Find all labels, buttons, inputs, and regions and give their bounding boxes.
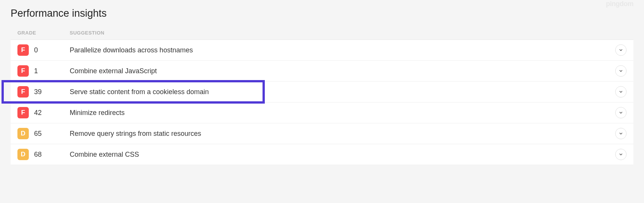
grade-score: 42 [34, 109, 42, 117]
expand-cell [611, 44, 627, 56]
grade-score: 0 [34, 46, 38, 54]
chevron-down-icon [619, 90, 623, 94]
performance-insights-panel: Performance insights GRADE SUGGESTION F0… [0, 0, 644, 165]
expand-button[interactable] [615, 44, 627, 56]
expand-button[interactable] [615, 107, 627, 118]
insight-row[interactable]: F42Minimize redirects [11, 102, 633, 123]
insight-row[interactable]: F1Combine external JavaScript [11, 61, 633, 82]
page-title: Performance insights [11, 8, 633, 19]
grade-badge: F [17, 86, 29, 98]
grade-score: 68 [34, 151, 42, 159]
grade-score: 65 [34, 130, 42, 138]
grade-badge: F [17, 107, 29, 118]
grade-score: 39 [34, 88, 42, 96]
grade-badge: D [17, 149, 29, 160]
suggestion-text: Parallelize downloads across hostnames [70, 46, 611, 54]
suggestion-text: Remove query strings from static resourc… [70, 130, 611, 138]
watermark-text: pingdom [606, 0, 633, 8]
grade-badge: F [17, 65, 29, 77]
expand-cell [611, 65, 627, 77]
grade-cell: F0 [17, 44, 70, 56]
chevron-down-icon [619, 110, 623, 115]
suggestion-text: Combine external CSS [70, 151, 611, 159]
table-header: GRADE SUGGESTION [11, 30, 633, 40]
insights-rows: F0Parallelize downloads across hostnames… [11, 40, 633, 165]
chevron-down-icon [619, 152, 623, 157]
grade-badge: F [17, 44, 29, 56]
grade-cell: F1 [17, 65, 70, 77]
expand-cell [611, 149, 627, 160]
grade-cell: D65 [17, 128, 70, 139]
insight-row[interactable]: D68Combine external CSS [11, 144, 633, 165]
expand-button[interactable] [615, 86, 627, 98]
suggestion-text: Minimize redirects [70, 109, 611, 117]
suggestion-text: Serve static content from a cookieless d… [70, 88, 611, 96]
chevron-down-icon [619, 131, 623, 136]
expand-cell [611, 86, 627, 98]
insight-row[interactable]: D65Remove query strings from static reso… [11, 123, 633, 144]
grade-cell: D68 [17, 149, 70, 160]
suggestion-text: Combine external JavaScript [70, 67, 611, 75]
expand-button[interactable] [615, 149, 627, 160]
grade-badge: D [17, 128, 29, 139]
insight-row[interactable]: F39Serve static content from a cookieles… [11, 82, 633, 102]
expand-cell [611, 128, 627, 139]
grade-cell: F42 [17, 107, 70, 118]
expand-cell [611, 107, 627, 118]
expand-button[interactable] [615, 128, 627, 139]
chevron-down-icon [619, 69, 623, 73]
insight-row[interactable]: F0Parallelize downloads across hostnames [11, 40, 633, 61]
col-header-suggestion: SUGGESTION [70, 30, 627, 36]
expand-button[interactable] [615, 65, 627, 77]
grade-score: 1 [34, 67, 38, 75]
chevron-down-icon [619, 48, 623, 52]
col-header-grade: GRADE [17, 30, 70, 36]
grade-cell: F39 [17, 86, 70, 98]
